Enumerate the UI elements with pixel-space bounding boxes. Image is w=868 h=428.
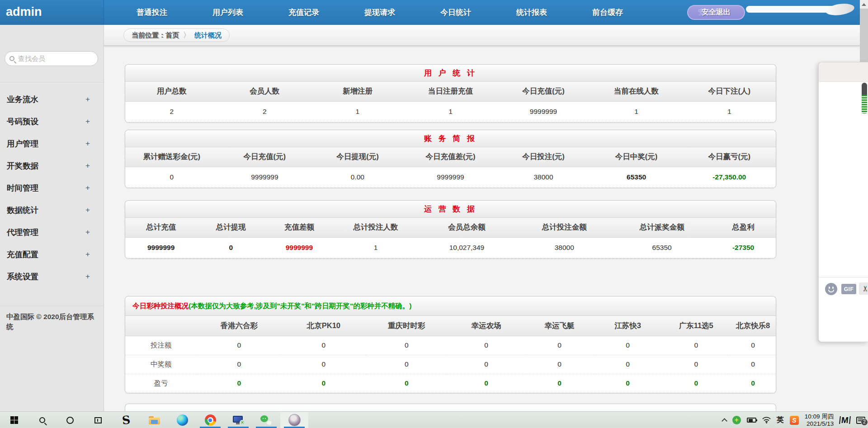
sogou-input-icon[interactable]: S: [790, 416, 799, 425]
chat-scroll-thumb[interactable]: [862, 83, 867, 95]
expand-plus-icon[interactable]: +: [85, 228, 90, 237]
start-button[interactable]: [0, 412, 28, 428]
table-header-cell: 北京PK10: [281, 316, 366, 336]
battery-icon[interactable]: [747, 418, 756, 423]
table-value-cell: 9999999: [404, 167, 497, 188]
table-value-cell: 0: [447, 336, 525, 355]
table-header-cell: 累计赠送彩金(元): [125, 147, 218, 167]
nav-item-normal-bets[interactable]: 普通投注: [114, 0, 190, 25]
nav-item-today-stats[interactable]: 今日统计: [418, 0, 494, 25]
remote-desktop-button[interactable]: ✕: [224, 412, 252, 428]
tray-expand-chevron-icon[interactable]: [722, 418, 727, 424]
file-explorer-button[interactable]: [140, 412, 168, 428]
sidebar-item-label: 用户管理: [7, 138, 38, 149]
table-value-cell: 0: [366, 374, 447, 393]
expand-plus-icon[interactable]: +: [85, 95, 90, 104]
active-app-button[interactable]: [280, 412, 308, 428]
table-corner-cell: [125, 316, 197, 336]
sidebar: 业务流水+ 号码预设+ 用户管理+ 开奖数据+ 时间管理+ 数据统计+ 代理管理…: [0, 25, 104, 411]
sidebar-item-label: 系统设置: [7, 271, 38, 282]
table-header-cell: 总计充值: [125, 218, 197, 237]
row-label-cell: 投注额: [125, 336, 197, 355]
table-value-cell: 0: [281, 355, 366, 374]
tray-green-plus-icon[interactable]: [732, 416, 741, 424]
nav-item-stat-report[interactable]: 统计报表: [494, 0, 570, 25]
scroll-up-button[interactable]: [860, 0, 868, 9]
sidebar-item-user-mgmt[interactable]: 用户管理+: [0, 132, 104, 155]
app-s-black[interactable]: S: [112, 412, 140, 428]
table-header-cell: 当前在线人数: [590, 82, 683, 101]
table-header-cell: 总盈利: [711, 218, 776, 237]
taskbar-clock[interactable]: 10:09 周四 2021/5/13: [805, 413, 834, 428]
nav-item-user-list[interactable]: 用户列表: [190, 0, 266, 25]
panel-note-hint: (本数据仅为大致参考,涉及到"未开奖"和"跨日期开奖"的彩种并不精确。): [189, 301, 412, 311]
panel-title: 运 营 数 据: [125, 201, 776, 218]
edge-browser-button[interactable]: [168, 412, 196, 428]
member-search-box[interactable]: [5, 51, 98, 66]
safe-logout-button[interactable]: 安全退出: [687, 5, 745, 20]
sidebar-item-time-mgmt[interactable]: 时间管理+: [0, 177, 104, 199]
wifi-icon[interactable]: [762, 417, 771, 423]
screenshot-scissors-button[interactable]: ✂: [859, 282, 868, 295]
gif-icon[interactable]: GIF: [841, 284, 856, 294]
table-header-cell: 会员总余额: [418, 218, 516, 237]
operation-data-panel: 运 营 数 据 总计充值总计提现充值差额总计投注人数会员总余额总计投注金额总计派…: [125, 200, 776, 259]
finance-brief-panel: 账 务 简 报 累计赠送彩金(元)今日充值(元)今日提现(元)今日充值差(元)今…: [125, 130, 776, 188]
nav-item-recharge-log[interactable]: 充值记录: [266, 0, 342, 25]
table-value-cell: 0: [730, 355, 776, 374]
sidebar-item-number-preset[interactable]: 号码预设+: [0, 110, 104, 132]
table-header-cell: 今日投注(元): [497, 147, 590, 167]
table-value-cell: 0: [662, 336, 730, 355]
nav-item-front-cache[interactable]: 前台缓存: [570, 0, 646, 25]
expand-plus-icon[interactable]: +: [85, 272, 90, 281]
table-value-cell: 0: [281, 374, 366, 393]
notification-center-icon[interactable]: 2: [856, 417, 865, 424]
s-logo-icon: S: [122, 414, 131, 426]
expand-plus-icon[interactable]: +: [85, 250, 90, 259]
expand-plus-icon[interactable]: +: [85, 206, 90, 215]
sidebar-item-recharge-cfg[interactable]: 充值配置+: [0, 243, 104, 265]
search-input[interactable]: [18, 55, 86, 62]
table-value-cell: 0: [366, 336, 447, 355]
sidebar-item-agent-mgmt[interactable]: 代理管理+: [0, 221, 104, 243]
expand-plus-icon[interactable]: +: [85, 183, 90, 193]
emoji-icon[interactable]: [825, 283, 837, 295]
sidebar-item-business-flow[interactable]: 业务流水+: [0, 88, 104, 110]
ime-language-indicator[interactable]: 英: [777, 415, 784, 425]
table-value-cell: 2: [218, 101, 311, 122]
chat-window-header[interactable]: [819, 62, 868, 82]
chat-scrollbar[interactable]: [862, 83, 867, 113]
table-value-cell: 0: [594, 355, 662, 374]
wechat-button[interactable]: [252, 412, 280, 428]
taskbar-search-button[interactable]: [28, 412, 56, 428]
table-value-cell: 0: [730, 374, 776, 393]
app-logo: admin: [0, 0, 104, 25]
sidebar-item-system-cfg[interactable]: 系统设置+: [0, 265, 104, 287]
expand-plus-icon[interactable]: +: [85, 117, 90, 126]
nav-item-withdraw-req[interactable]: 提现请求: [342, 0, 418, 25]
table-header-cell: 重庆时时彩: [366, 316, 447, 336]
breadcrumb-location: 当前位置：首页: [132, 31, 179, 40]
table-header-cell: 总计派奖金额: [613, 218, 711, 237]
table-header-cell: 今日中奖(元): [590, 147, 683, 167]
chrome-icon: [205, 414, 216, 426]
expand-plus-icon[interactable]: +: [85, 161, 90, 170]
sidebar-item-label: 代理管理: [7, 227, 38, 238]
clock-date: 2021/5/13: [805, 420, 834, 428]
table-header-cell: 新增注册: [311, 82, 404, 101]
system-tray: 英 S 10:09 周四 2021/5/13 M 2: [722, 412, 865, 428]
chat-overlay-window[interactable]: GIF ✂: [818, 62, 868, 342]
m-app-tray-icon[interactable]: M: [839, 416, 851, 424]
sidebar-item-data-stats[interactable]: 数据统计+: [0, 199, 104, 221]
cortana-button[interactable]: [56, 412, 84, 428]
table-value-cell: 0: [525, 374, 594, 393]
panel-note-title: 今日彩种投注概况: [132, 301, 189, 311]
chrome-browser-button[interactable]: [196, 412, 224, 428]
expand-plus-icon[interactable]: +: [85, 139, 90, 148]
browser-scrollbar[interactable]: [860, 0, 868, 63]
sidebar-item-draw-data[interactable]: 开奖数据+: [0, 155, 104, 177]
task-view-button[interactable]: [84, 412, 112, 428]
search-icon: [39, 417, 45, 423]
sidebar-menu: 业务流水+ 号码预设+ 用户管理+ 开奖数据+ 时间管理+ 数据统计+ 代理管理…: [0, 88, 104, 287]
table-value-cell: -27,350.00: [683, 167, 776, 188]
